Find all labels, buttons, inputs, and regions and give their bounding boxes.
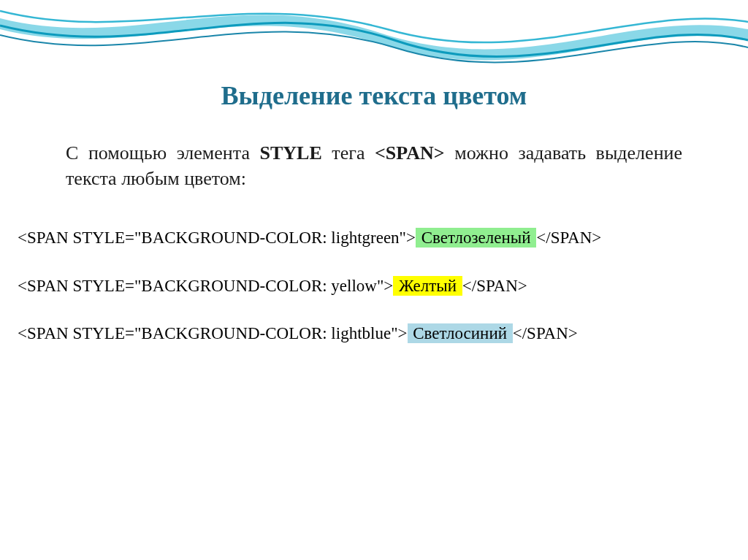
code-open: <SPAN STYLE="BACKGROUND-COLOR: yellow">: [18, 277, 393, 295]
intro-paragraph: С помощью элемента STYLE тега <SPAN> мож…: [66, 140, 682, 191]
example-row: <SPAN STYLE="BACKGROUND-COLOR: yellow"> …: [18, 276, 741, 296]
intro-prefix: С помощью элемента: [66, 142, 260, 164]
intro-mid: тега: [322, 142, 375, 164]
code-close: </SPAN>: [536, 229, 601, 247]
code-close: </SPAN>: [513, 324, 578, 342]
span-tag: <SPAN>: [375, 142, 445, 164]
code-close: </SPAN>: [462, 277, 527, 295]
slide-title: Выделение текста цветом: [0, 80, 748, 111]
example-row: <SPAN STYLE="BACKGROUND-COLOR: lightblue…: [18, 323, 741, 344]
highlighted-text: Желтый: [393, 276, 462, 296]
style-word: STYLE: [260, 142, 322, 164]
code-open: <SPAN STYLE="BACKGROUND-COLOR: lightgree…: [18, 229, 416, 247]
highlighted-text: Светлозеленый: [416, 228, 536, 248]
example-row: <SPAN STYLE="BACKGROUND-COLOR: lightgree…: [18, 228, 741, 248]
code-examples: <SPAN STYLE="BACKGROUND-COLOR: lightgree…: [18, 228, 741, 344]
code-open: <SPAN STYLE="BACKGROUND-COLOR: lightblue…: [18, 324, 408, 342]
highlighted-text: Светлосиний: [408, 323, 513, 343]
